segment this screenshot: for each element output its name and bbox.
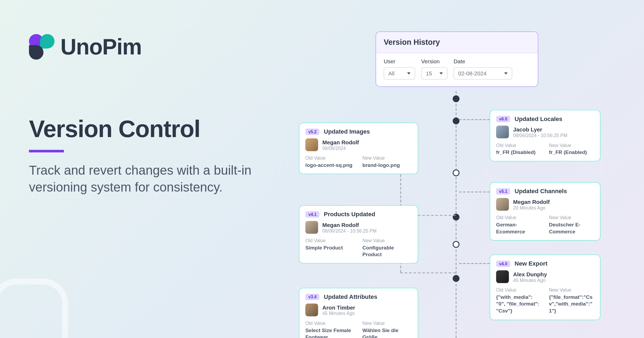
avatar bbox=[496, 198, 509, 211]
timestamp: 08/06/2024 - 10:56:25 PM bbox=[513, 133, 567, 138]
chevron-down-icon bbox=[407, 72, 411, 75]
brand-logo: UnoPim bbox=[29, 34, 142, 60]
old-value-label: Old Value bbox=[496, 143, 541, 148]
timeline-dot bbox=[453, 117, 459, 124]
old-value: logo-accent-sq.png bbox=[305, 162, 355, 169]
old-value-label: Old Value bbox=[305, 321, 355, 326]
connector-line bbox=[459, 119, 490, 120]
version-card[interactable]: v5.2 Updated Images Megan Rodolf 08/06/2… bbox=[299, 123, 418, 174]
filter-row: User All Version 15 Date 02-08-2024 bbox=[376, 53, 538, 86]
version-badge: v5.1 bbox=[496, 188, 510, 194]
version-badge: v6.0 bbox=[496, 116, 510, 122]
avatar bbox=[305, 138, 318, 151]
filter-version-value: 15 bbox=[426, 70, 432, 77]
connector-line bbox=[400, 273, 456, 273]
user-name: Megan Rodolf bbox=[513, 199, 550, 205]
old-value-label: Old Value bbox=[305, 155, 355, 160]
logo-mark-icon bbox=[29, 34, 54, 60]
user-name: Aron Timber bbox=[322, 304, 355, 311]
card-title: New Export bbox=[515, 260, 547, 267]
timestamp: 20 Minutes Ago bbox=[513, 205, 550, 210]
page-title: Version Control bbox=[29, 116, 268, 142]
new-value: {"file_format":"Csv","with_media":"1"} bbox=[549, 294, 594, 314]
old-value: German-Ecommerce bbox=[496, 221, 541, 235]
card-title: Updated Images bbox=[324, 128, 370, 135]
card-title: Updated Channels bbox=[515, 188, 567, 194]
version-card[interactable]: v4.1 Products Updated Megan Rodolf 08/06… bbox=[299, 205, 418, 264]
new-value: fr_FR (Enabled) bbox=[549, 149, 594, 156]
filter-date-select[interactable]: 02-08-2024 bbox=[453, 67, 512, 80]
timestamp: 45 Minutes Ago bbox=[513, 277, 547, 282]
user-name: Jacob Lyer bbox=[513, 126, 567, 133]
connector-line bbox=[459, 263, 490, 264]
old-value-label: Old Value bbox=[496, 287, 541, 292]
filter-version-label: Version bbox=[421, 58, 448, 65]
new-value: Deutscher E-Commerce bbox=[549, 221, 594, 235]
timestamp: 45 Minutes Ago bbox=[322, 311, 355, 316]
timeline-dot bbox=[453, 275, 459, 282]
old-value: {"with_media": "0", "file_format": "Csv"… bbox=[496, 294, 541, 314]
avatar bbox=[305, 221, 318, 234]
version-card[interactable]: v4.0 New Export Alex Dunphy 45 Minutes A… bbox=[490, 255, 601, 320]
filter-version: Version 15 bbox=[421, 58, 448, 79]
version-badge: v3.4 bbox=[305, 293, 320, 300]
timeline-dot-hollow bbox=[453, 170, 459, 176]
new-value-label: New Value bbox=[549, 215, 594, 220]
version-badge: v4.0 bbox=[496, 260, 510, 267]
filter-user-value: All bbox=[388, 70, 394, 77]
filter-date: Date 02-08-2024 bbox=[453, 58, 512, 79]
avatar bbox=[496, 126, 509, 138]
version-history-panel: Version History User All Version 15 Date bbox=[376, 31, 538, 87]
new-value: brand-logo.png bbox=[363, 162, 412, 169]
filter-date-label: Date bbox=[453, 58, 512, 65]
timeline-dot bbox=[453, 95, 459, 102]
user-name: Alex Dunphy bbox=[513, 271, 547, 277]
avatar bbox=[496, 270, 509, 283]
card-title: Updated Attributes bbox=[324, 293, 377, 300]
version-card[interactable]: v6.0 Updated Locales Jacob Lyer 08/06/20… bbox=[490, 110, 601, 161]
version-badge: v4.1 bbox=[305, 211, 320, 217]
version-badge: v5.2 bbox=[305, 128, 320, 135]
decorative-bg-shape bbox=[0, 278, 68, 338]
filter-user-label: User bbox=[384, 58, 415, 65]
card-title: Updated Locales bbox=[515, 115, 562, 122]
brand-name: UnoPim bbox=[60, 34, 141, 60]
panel-title: Version History bbox=[376, 32, 538, 53]
old-value-label: Old Value bbox=[305, 238, 355, 243]
title-underline bbox=[29, 150, 64, 152]
timeline-dot-hollow bbox=[453, 241, 459, 248]
new-value: Wählen Sie die Größe Damenschuhe bbox=[363, 327, 412, 338]
filter-user-select[interactable]: All bbox=[384, 67, 415, 80]
avatar bbox=[305, 304, 318, 317]
version-card[interactable]: v5.1 Updated Channels Megan Rodolf 20 Mi… bbox=[490, 182, 601, 241]
new-value-label: New Value bbox=[363, 238, 412, 243]
hero-section: Version Control Track and revert changes… bbox=[29, 116, 268, 196]
new-value-label: New Value bbox=[363, 155, 412, 160]
page-subtitle: Track and revert changes with a built-in… bbox=[29, 161, 268, 196]
old-value: Simple Product bbox=[305, 244, 355, 251]
old-value: Select Size Female Footwear bbox=[305, 327, 355, 338]
filter-user: User All bbox=[384, 58, 415, 79]
new-value-label: New Value bbox=[363, 321, 412, 326]
user-name: Megan Rodolf bbox=[322, 139, 359, 145]
old-value-label: Old Value bbox=[496, 215, 541, 220]
new-value: Configurable Product bbox=[363, 244, 412, 258]
new-value-label: New Value bbox=[549, 287, 594, 292]
chevron-down-icon bbox=[440, 72, 443, 75]
timestamp: 08/06/2024 bbox=[322, 145, 359, 150]
filter-date-value: 02-08-2024 bbox=[458, 70, 487, 77]
chevron-down-icon bbox=[504, 72, 508, 75]
timestamp: 08/06/2024 - 10:56:25 PM bbox=[322, 228, 376, 233]
card-title: Products Updated bbox=[324, 211, 375, 218]
version-card[interactable]: v3.4 Updated Attributes Aron Timber 45 M… bbox=[299, 288, 418, 338]
user-name: Megan Rodolf bbox=[322, 222, 376, 228]
new-value-label: New Value bbox=[549, 143, 594, 148]
old-value: fr_FR (Disabled) bbox=[496, 149, 541, 156]
connector-line bbox=[459, 192, 490, 192]
timeline-axis bbox=[456, 91, 456, 338]
filter-version-select[interactable]: 15 bbox=[421, 67, 448, 80]
